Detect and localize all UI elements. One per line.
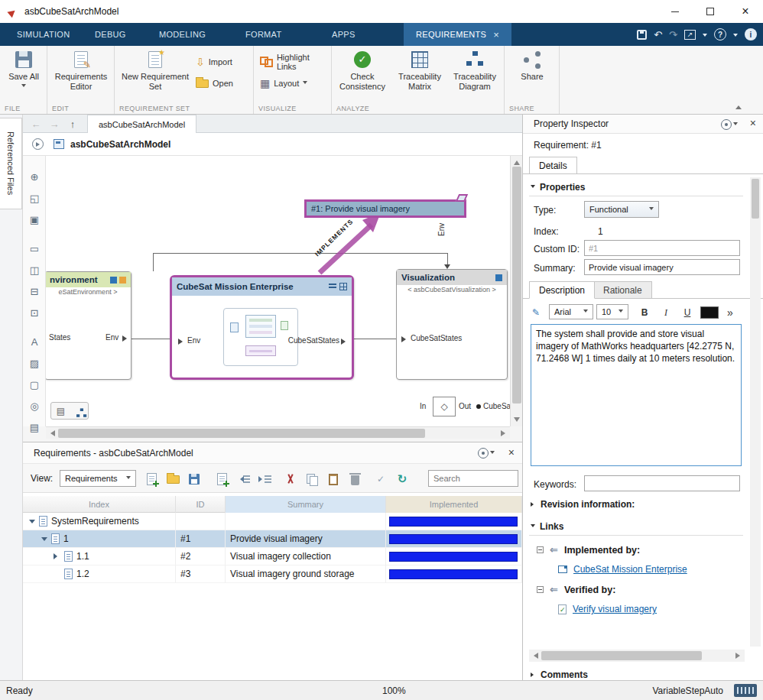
collapse-icon[interactable] (29, 520, 35, 527)
output-port-icon[interactable] (341, 339, 349, 345)
scrollbar-thumb[interactable] (58, 429, 425, 438)
grid-view-icon[interactable]: ▤ (57, 406, 65, 416)
cut-icon[interactable] (281, 470, 300, 488)
up-to-parent-icon[interactable]: ↑ (64, 116, 81, 131)
highlight-links-button[interactable]: Highlight Links (260, 53, 331, 70)
zoom-icon[interactable]: ⊕ (25, 168, 44, 185)
table-row-requirement-1-1[interactable]: 1.1 #2 Visual imagery collection (23, 548, 522, 566)
annotation-icon[interactable]: ▭ (25, 240, 44, 257)
traceability-matrix-button[interactable]: Traceability Matrix (394, 50, 445, 91)
adapter-block[interactable]: ◇ (433, 397, 456, 416)
collapse-toolstrip-icon[interactable] (735, 102, 742, 109)
referenced-files-tab[interactable]: Referenced Files (0, 118, 22, 209)
collapse-link-group-icon[interactable] (537, 586, 544, 593)
tab-simulation[interactable]: SIMULATION (5, 23, 82, 46)
paste-icon[interactable] (324, 470, 343, 488)
undo-icon[interactable]: ↶ (654, 29, 662, 41)
keywords-input[interactable] (584, 475, 740, 491)
scroll-left-icon[interactable] (531, 653, 538, 659)
text-color-button[interactable] (700, 306, 719, 319)
refresh-icon[interactable]: ↻ (393, 470, 411, 488)
block-grid-icon[interactable] (339, 283, 347, 290)
image-tool-icon[interactable]: ▨ (25, 355, 44, 371)
status-solver[interactable]: VariableStepAuto (652, 685, 723, 696)
save-all-button[interactable]: Save All (0, 50, 47, 91)
minimize-button[interactable] (657, 0, 693, 23)
close-panel-icon[interactable]: × (508, 446, 515, 459)
scroll-right-icon[interactable] (501, 430, 508, 436)
input-port-icon[interactable] (401, 336, 409, 342)
scroll-up-icon[interactable] (514, 157, 520, 165)
redo-icon[interactable]: ↷ (669, 29, 677, 41)
signal-wire[interactable] (354, 339, 396, 339)
camera-icon[interactable]: ◎ (25, 397, 44, 414)
scroll-left-icon[interactable] (47, 430, 55, 436)
panel-menu-button[interactable] (478, 448, 495, 459)
tab-requirements[interactable]: REQUIREMENTS × (404, 23, 511, 46)
scrollbar-thumb[interactable] (512, 167, 521, 403)
horizontal-scrollbar[interactable] (529, 650, 745, 662)
breadcrumb[interactable]: asbCubeSatArchModel (70, 139, 170, 150)
vertical-scrollbar[interactable] (510, 156, 522, 426)
implemented-by-link[interactable]: CubeSat Mission Enterprise (573, 564, 687, 575)
check-consistency-button[interactable]: ✓ Check Consistency (338, 50, 387, 91)
close-tab-icon[interactable]: × (493, 29, 499, 41)
fit-to-view-icon[interactable]: ◱ (25, 190, 44, 206)
new-requirement-set-icon[interactable] (142, 470, 161, 488)
save-requirement-set-icon[interactable] (185, 470, 203, 488)
tab-rationale[interactable]: Rationale (593, 281, 652, 299)
add-requirement-icon[interactable] (213, 470, 231, 488)
signal-wire[interactable] (131, 339, 170, 339)
font-family-dropdown[interactable]: Arial (549, 304, 593, 319)
horizontal-scrollbar[interactable] (46, 426, 510, 439)
search-input[interactable] (428, 470, 518, 487)
close-panel-icon[interactable]: × (750, 117, 756, 129)
promote-requirement-icon[interactable] (234, 470, 252, 488)
output-port-icon[interactable] (122, 335, 130, 342)
cubesat-mission-enterprise-block[interactable]: CubeSat Mission Enterprise (170, 275, 354, 380)
scrollbar-thumb[interactable] (752, 179, 759, 219)
layout-button[interactable]: ▦ Layout (260, 75, 307, 92)
table-tool-icon[interactable]: ▤ (25, 419, 44, 436)
scrollbar-thumb[interactable] (541, 651, 702, 660)
more-formatting-icon[interactable]: » (723, 304, 737, 321)
box-tool-icon[interactable]: ▢ (25, 376, 44, 393)
export-button[interactable]: ↗ (684, 30, 696, 40)
column-header-implemented[interactable]: Implemented (386, 496, 522, 513)
open-button[interactable]: Open (196, 75, 233, 92)
export-dropdown-icon[interactable] (703, 34, 707, 39)
requirements-editor-button[interactable]: ✎ Requirements Editor (49, 50, 113, 91)
forward-icon[interactable]: → (46, 116, 63, 131)
italic-button[interactable]: I (657, 304, 674, 321)
signal-wire[interactable] (153, 253, 154, 271)
input-port-icon[interactable] (178, 339, 186, 345)
text-tool-icon[interactable]: A (25, 333, 44, 350)
viewmark-icon[interactable]: ⊡ (25, 304, 44, 321)
open-requirement-set-icon[interactable] (164, 470, 182, 488)
region-select-icon[interactable]: ▣ (25, 211, 44, 228)
column-header-index[interactable]: Index (23, 496, 176, 513)
underline-button[interactable]: U (679, 304, 696, 321)
tab-details[interactable]: Details (529, 157, 577, 174)
view-dropdown[interactable]: Requirements (60, 470, 136, 487)
table-row-requirement-1-2[interactable]: 1.2 #3 Visual imagery ground storage (23, 566, 522, 583)
resources-icon[interactable]: i (745, 28, 757, 41)
area-icon[interactable]: ⊟ (25, 283, 44, 300)
visualization-block[interactable]: Visualization < asbCubeSatVisualization … (396, 269, 508, 380)
column-header-summary[interactable]: Summary (226, 496, 386, 513)
top-input-port-icon[interactable] (444, 264, 450, 272)
tab-format[interactable]: FORMAT (233, 23, 294, 46)
links-section-header[interactable]: Links (531, 521, 563, 532)
import-button[interactable]: ⇩ Import (196, 53, 232, 70)
traceability-diagram-button[interactable]: Traceability Diagram (450, 50, 500, 91)
tab-modeling[interactable]: MODELING (147, 23, 218, 46)
scroll-down-icon[interactable] (514, 417, 520, 425)
tab-debug[interactable]: DEBUG (83, 23, 138, 46)
font-size-dropdown[interactable]: 10 (596, 304, 628, 319)
properties-section-header[interactable]: Properties (531, 182, 585, 193)
tab-apps[interactable]: APPS (320, 23, 368, 46)
document-tab[interactable]: asbCubeSatArchModel (87, 115, 196, 133)
requirement-annotation[interactable]: #1: Provide visual imagery (304, 199, 466, 218)
vertical-scrollbar[interactable] (750, 177, 761, 647)
collapse-icon[interactable] (41, 537, 47, 544)
